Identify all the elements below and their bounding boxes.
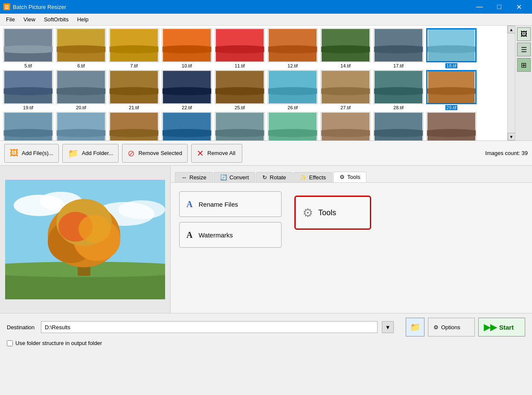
thumbnail-image	[56, 70, 106, 104]
gallery-thumb-item[interactable]: 27.tif	[320, 70, 371, 110]
gallery-thumb-item[interactable]: 29.tif	[426, 70, 477, 110]
minimize-button[interactable]: —	[470, 0, 489, 14]
gallery-thumb-item[interactable]: 10.tif	[161, 28, 212, 68]
view-list-button[interactable]: ☰	[517, 43, 531, 56]
remove-all-button[interactable]: ✕ Remove All	[191, 144, 242, 163]
app-icon: 🖼	[3, 3, 10, 10]
thumbnail-label: 19.tif	[23, 105, 33, 110]
gallery-thumb-item[interactable]: 30.tif	[3, 112, 54, 140]
gallery-thumb-item[interactable]: 17.tif	[373, 28, 424, 68]
gallery-thumb-item[interactable]: 20.tif	[55, 70, 107, 110]
svg-point-44	[267, 87, 318, 95]
thumbnail-image	[426, 70, 477, 104]
thumbnail-label: 7.tif	[130, 63, 138, 68]
gallery-thumb-item[interactable]: 5.tif	[3, 28, 54, 68]
sidebar-icons: 🖼 ☰ ⊞	[515, 26, 532, 140]
watermarks-button[interactable]: A Watermarks	[179, 222, 282, 248]
thumbnail-image	[56, 28, 106, 62]
gallery-thumb-item[interactable]: 32.tif	[55, 112, 107, 140]
gallery-area: 5.tif6.tif7.tif10.tif11.tif12.tif14.tif1…	[0, 26, 532, 141]
gallery-thumb-item[interactable]: 11.tif	[214, 28, 265, 68]
gallery-thumb-item[interactable]: 38.tif	[267, 112, 318, 140]
browse-folder-button[interactable]: 📁	[406, 318, 424, 336]
use-folder-structure-checkbox[interactable]	[7, 340, 13, 346]
tab-resize-label: Resize	[189, 174, 206, 181]
remove-all-icon: ✕	[197, 148, 204, 158]
gallery-thumb-item[interactable]: 21.tif	[108, 70, 160, 110]
gallery-scroll[interactable]: 5.tif6.tif7.tif10.tif11.tif12.tif14.tif1…	[0, 26, 507, 140]
maximize-button[interactable]: □	[489, 0, 509, 14]
start-arrow-icon: ▶▶	[484, 322, 497, 332]
gallery-thumb-item[interactable]: 22.tif	[161, 70, 212, 110]
gallery-thumb-item[interactable]: 39.tif	[320, 112, 371, 140]
tab-rotate[interactable]: ↻ Rotate	[256, 172, 292, 182]
tools-tab-icon: ⚙	[340, 174, 345, 180]
gallery-thumb-item[interactable]: 7.tif	[108, 28, 160, 68]
svg-point-94	[78, 215, 111, 243]
destination-dropdown-button[interactable]: ▼	[382, 321, 394, 333]
menu-view[interactable]: View	[19, 15, 40, 24]
add-files-icon: 🖼	[10, 148, 18, 158]
tab-convert[interactable]: 🔄 Convert	[214, 172, 256, 182]
thumbnail-label: 29.tif	[445, 105, 457, 110]
menu-softorbits[interactable]: SoftOrbits	[40, 15, 73, 24]
tab-effects[interactable]: ✨ Effects	[294, 172, 333, 182]
menu-file[interactable]: File	[2, 15, 19, 24]
thumbnail-image	[373, 28, 424, 62]
window-controls[interactable]: — □ ✕	[470, 0, 529, 14]
preview-image-area	[4, 178, 166, 301]
svg-point-85	[118, 200, 165, 219]
svg-point-23	[373, 45, 424, 53]
thumbnail-image	[162, 28, 212, 62]
destination-input[interactable]	[41, 321, 378, 333]
gallery-thumb-item[interactable]: 18.tif	[426, 28, 477, 68]
rename-files-button[interactable]: A Rename Files	[179, 191, 282, 217]
rename-files-icon: A	[186, 199, 192, 209]
gallery-thumb-item[interactable]: 6.tif	[55, 28, 107, 68]
tools-button[interactable]: ⚙ Tools	[294, 196, 371, 230]
thumbnail-image	[320, 28, 371, 62]
gallery-thumb-item[interactable]: 25.tif	[214, 70, 265, 110]
title-bar: 🖼 Batch Picture Resizer — □ ✕	[0, 0, 532, 14]
add-files-label: Add File(s)...	[22, 150, 53, 156]
svg-point-74	[320, 129, 371, 137]
menu-help[interactable]: Help	[73, 15, 93, 24]
gallery-thumb-item[interactable]: 19.tif	[3, 70, 54, 110]
remove-selected-button[interactable]: ⊘ Remove Selected	[122, 144, 188, 163]
tab-resize[interactable]: ↔ Resize	[175, 172, 213, 182]
tab-effects-label: Effects	[309, 174, 326, 181]
title-bar-left: 🖼 Batch Picture Resizer	[3, 3, 66, 10]
gallery-thumb-item[interactable]: 37.tif	[214, 112, 265, 140]
watermarks-label: Watermarks	[198, 231, 233, 239]
folder-icon: 📁	[410, 322, 421, 332]
gallery-thumb-item[interactable]: 40.tif	[373, 112, 424, 140]
gallery-thumb-item[interactable]: 12.tif	[267, 28, 318, 68]
scroll-up-button[interactable]: ▲	[508, 26, 515, 33]
thumbnail-label: 5.tif	[24, 63, 32, 68]
options-button[interactable]: ⚙ Options	[428, 318, 475, 336]
thumbnail-label: 26.tif	[288, 105, 298, 110]
start-button[interactable]: ▶▶ Start	[478, 318, 525, 336]
scroll-down-button[interactable]: ▼	[508, 133, 515, 140]
gallery-thumb-item[interactable]: 26.tif	[267, 70, 318, 110]
tools-right-actions: ⚙ Tools	[294, 191, 371, 304]
close-button[interactable]: ✕	[509, 0, 529, 14]
view-thumbnail-button[interactable]: 🖼	[517, 27, 531, 41]
svg-point-47	[320, 87, 371, 95]
preview-image	[5, 180, 165, 299]
remove-all-label: Remove All	[207, 150, 235, 156]
svg-point-68	[215, 129, 265, 137]
thumbnail-image	[373, 112, 424, 140]
gallery-thumb-item[interactable]: 28.tif	[373, 70, 424, 110]
gallery-thumb-item[interactable]: 14.tif	[320, 28, 371, 68]
view-grid-button[interactable]: ⊞	[517, 58, 531, 72]
gallery-thumb-item[interactable]: autumn lake.tif	[426, 112, 477, 140]
gallery-thumb-item[interactable]: 33.tif	[108, 112, 160, 140]
svg-point-14	[215, 45, 265, 53]
add-folder-button[interactable]: 📁 Add Folder...	[62, 144, 119, 163]
thumbnail-label: 22.tif	[182, 105, 192, 110]
add-files-button[interactable]: 🖼 Add File(s)...	[4, 144, 59, 163]
gallery-thumb-item[interactable]: 35.tif	[161, 112, 212, 140]
tab-tools[interactable]: ⚙ Tools	[333, 172, 366, 182]
svg-point-77	[373, 129, 424, 137]
